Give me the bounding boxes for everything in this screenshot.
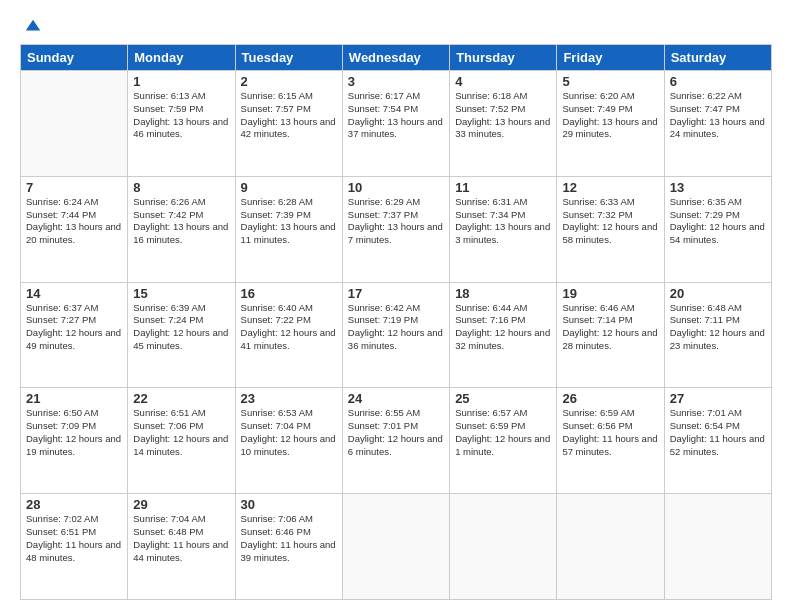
week-row-2: 14Sunrise: 6:37 AMSunset: 7:27 PMDayligh… [21,282,772,388]
day-info: Sunrise: 6:20 AMSunset: 7:49 PMDaylight:… [562,90,658,141]
calendar-cell: 19Sunrise: 6:46 AMSunset: 7:14 PMDayligh… [557,282,664,388]
day-number: 1 [133,74,229,89]
calendar-cell: 18Sunrise: 6:44 AMSunset: 7:16 PMDayligh… [450,282,557,388]
day-number: 6 [670,74,766,89]
calendar-cell: 20Sunrise: 6:48 AMSunset: 7:11 PMDayligh… [664,282,771,388]
week-row-0: 1Sunrise: 6:13 AMSunset: 7:59 PMDaylight… [21,71,772,177]
day-number: 9 [241,180,337,195]
day-info: Sunrise: 6:18 AMSunset: 7:52 PMDaylight:… [455,90,551,141]
calendar-cell: 5Sunrise: 6:20 AMSunset: 7:49 PMDaylight… [557,71,664,177]
day-info: Sunrise: 6:42 AMSunset: 7:19 PMDaylight:… [348,302,444,353]
day-info: Sunrise: 6:40 AMSunset: 7:22 PMDaylight:… [241,302,337,353]
day-number: 16 [241,286,337,301]
day-info: Sunrise: 6:24 AMSunset: 7:44 PMDaylight:… [26,196,122,247]
day-number: 27 [670,391,766,406]
day-number: 18 [455,286,551,301]
header-saturday: Saturday [664,45,771,71]
calendar-cell: 9Sunrise: 6:28 AMSunset: 7:39 PMDaylight… [235,176,342,282]
calendar-cell: 17Sunrise: 6:42 AMSunset: 7:19 PMDayligh… [342,282,449,388]
calendar-cell: 10Sunrise: 6:29 AMSunset: 7:37 PMDayligh… [342,176,449,282]
day-number: 13 [670,180,766,195]
day-info: Sunrise: 7:01 AMSunset: 6:54 PMDaylight:… [670,407,766,458]
day-info: Sunrise: 6:53 AMSunset: 7:04 PMDaylight:… [241,407,337,458]
header-wednesday: Wednesday [342,45,449,71]
header-friday: Friday [557,45,664,71]
day-number: 15 [133,286,229,301]
calendar-cell [450,494,557,600]
day-info: Sunrise: 6:55 AMSunset: 7:01 PMDaylight:… [348,407,444,458]
svg-marker-0 [26,20,40,31]
calendar-cell: 29Sunrise: 7:04 AMSunset: 6:48 PMDayligh… [128,494,235,600]
calendar: SundayMondayTuesdayWednesdayThursdayFrid… [20,44,772,600]
header-thursday: Thursday [450,45,557,71]
day-number: 20 [670,286,766,301]
day-info: Sunrise: 6:39 AMSunset: 7:24 PMDaylight:… [133,302,229,353]
calendar-header-row: SundayMondayTuesdayWednesdayThursdayFrid… [21,45,772,71]
header-sunday: Sunday [21,45,128,71]
day-number: 30 [241,497,337,512]
day-number: 4 [455,74,551,89]
day-info: Sunrise: 6:35 AMSunset: 7:29 PMDaylight:… [670,196,766,247]
day-info: Sunrise: 6:48 AMSunset: 7:11 PMDaylight:… [670,302,766,353]
calendar-cell: 14Sunrise: 6:37 AMSunset: 7:27 PMDayligh… [21,282,128,388]
day-number: 23 [241,391,337,406]
calendar-cell: 1Sunrise: 6:13 AMSunset: 7:59 PMDaylight… [128,71,235,177]
week-row-1: 7Sunrise: 6:24 AMSunset: 7:44 PMDaylight… [21,176,772,282]
calendar-cell: 15Sunrise: 6:39 AMSunset: 7:24 PMDayligh… [128,282,235,388]
day-info: Sunrise: 6:31 AMSunset: 7:34 PMDaylight:… [455,196,551,247]
calendar-cell: 28Sunrise: 7:02 AMSunset: 6:51 PMDayligh… [21,494,128,600]
day-number: 3 [348,74,444,89]
day-info: Sunrise: 7:04 AMSunset: 6:48 PMDaylight:… [133,513,229,564]
calendar-cell: 4Sunrise: 6:18 AMSunset: 7:52 PMDaylight… [450,71,557,177]
page: SundayMondayTuesdayWednesdayThursdayFrid… [0,0,792,612]
header-monday: Monday [128,45,235,71]
calendar-cell: 16Sunrise: 6:40 AMSunset: 7:22 PMDayligh… [235,282,342,388]
day-number: 24 [348,391,444,406]
day-number: 10 [348,180,444,195]
calendar-cell: 8Sunrise: 6:26 AMSunset: 7:42 PMDaylight… [128,176,235,282]
calendar-cell [21,71,128,177]
calendar-cell [342,494,449,600]
day-number: 2 [241,74,337,89]
day-info: Sunrise: 6:57 AMSunset: 6:59 PMDaylight:… [455,407,551,458]
day-number: 19 [562,286,658,301]
day-number: 17 [348,286,444,301]
day-number: 26 [562,391,658,406]
day-info: Sunrise: 6:29 AMSunset: 7:37 PMDaylight:… [348,196,444,247]
day-info: Sunrise: 6:59 AMSunset: 6:56 PMDaylight:… [562,407,658,458]
day-number: 22 [133,391,229,406]
day-info: Sunrise: 6:37 AMSunset: 7:27 PMDaylight:… [26,302,122,353]
calendar-cell: 22Sunrise: 6:51 AMSunset: 7:06 PMDayligh… [128,388,235,494]
calendar-cell [557,494,664,600]
day-info: Sunrise: 6:50 AMSunset: 7:09 PMDaylight:… [26,407,122,458]
header-tuesday: Tuesday [235,45,342,71]
day-info: Sunrise: 7:02 AMSunset: 6:51 PMDaylight:… [26,513,122,564]
calendar-cell: 6Sunrise: 6:22 AMSunset: 7:47 PMDaylight… [664,71,771,177]
calendar-cell [664,494,771,600]
logo-icon [24,18,42,36]
day-info: Sunrise: 6:46 AMSunset: 7:14 PMDaylight:… [562,302,658,353]
day-number: 25 [455,391,551,406]
day-info: Sunrise: 6:13 AMSunset: 7:59 PMDaylight:… [133,90,229,141]
calendar-cell: 27Sunrise: 7:01 AMSunset: 6:54 PMDayligh… [664,388,771,494]
calendar-cell: 13Sunrise: 6:35 AMSunset: 7:29 PMDayligh… [664,176,771,282]
day-info: Sunrise: 6:28 AMSunset: 7:39 PMDaylight:… [241,196,337,247]
day-info: Sunrise: 6:51 AMSunset: 7:06 PMDaylight:… [133,407,229,458]
calendar-cell: 23Sunrise: 6:53 AMSunset: 7:04 PMDayligh… [235,388,342,494]
day-info: Sunrise: 7:06 AMSunset: 6:46 PMDaylight:… [241,513,337,564]
day-info: Sunrise: 6:15 AMSunset: 7:57 PMDaylight:… [241,90,337,141]
week-row-3: 21Sunrise: 6:50 AMSunset: 7:09 PMDayligh… [21,388,772,494]
day-number: 12 [562,180,658,195]
week-row-4: 28Sunrise: 7:02 AMSunset: 6:51 PMDayligh… [21,494,772,600]
day-number: 8 [133,180,229,195]
day-number: 29 [133,497,229,512]
calendar-cell: 26Sunrise: 6:59 AMSunset: 6:56 PMDayligh… [557,388,664,494]
day-number: 21 [26,391,122,406]
day-info: Sunrise: 6:33 AMSunset: 7:32 PMDaylight:… [562,196,658,247]
day-info: Sunrise: 6:22 AMSunset: 7:47 PMDaylight:… [670,90,766,141]
calendar-cell: 30Sunrise: 7:06 AMSunset: 6:46 PMDayligh… [235,494,342,600]
day-info: Sunrise: 6:26 AMSunset: 7:42 PMDaylight:… [133,196,229,247]
calendar-cell: 2Sunrise: 6:15 AMSunset: 7:57 PMDaylight… [235,71,342,177]
day-number: 11 [455,180,551,195]
header [20,18,772,36]
